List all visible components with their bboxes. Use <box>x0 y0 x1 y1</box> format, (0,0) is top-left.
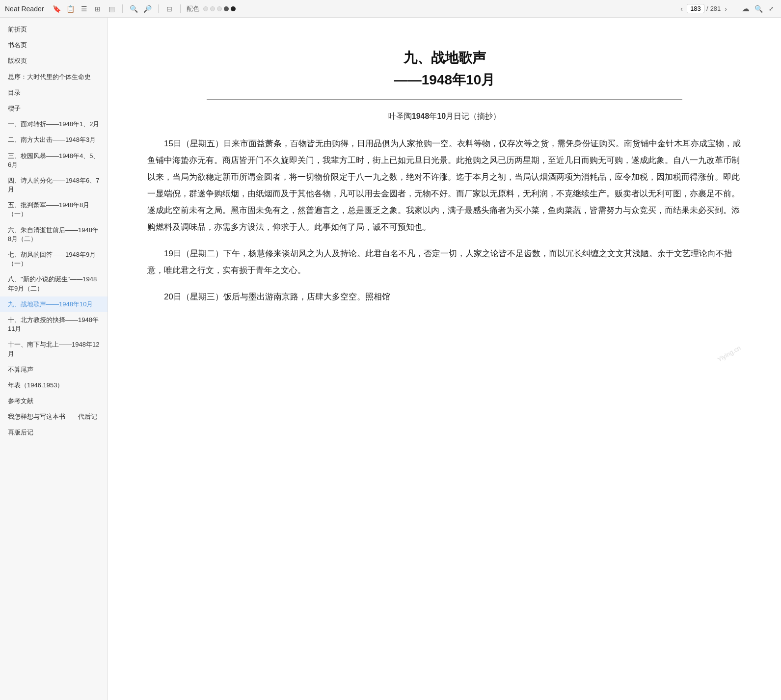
sidebar-item-9[interactable]: 四、诗人的分化——1948年6、7月 <box>0 173 108 197</box>
sidebar-item-5[interactable]: 楔子 <box>0 101 108 116</box>
sidebar-item-20[interactable]: 我怎样想与写这本书——代后记 <box>0 409 108 425</box>
reading-content: 九、战地歌声 ——1948年10月 叶圣陶1948年10月日记（摘抄） 15日（… <box>108 18 781 700</box>
main-layout: 前折页书名页版权页总序：大时代里的个体生命史目录楔子一、面对转折——1948年1… <box>0 18 781 700</box>
menu-tool-icon[interactable]: ☰ <box>79 4 89 14</box>
paragraph-1: 15日（星期五）日来市面益萧条，百物皆无由购得，日用品俱为人家抢购一空。衣料等物… <box>147 135 742 236</box>
color-dots <box>203 6 236 11</box>
page-total: 281 <box>710 5 721 12</box>
app-title: Neat Reader <box>5 5 44 13</box>
dot-3[interactable] <box>217 6 222 11</box>
search2-tool-icon[interactable]: 🔎 <box>142 4 152 14</box>
dot-5[interactable] <box>231 6 236 11</box>
copy-tool-icon[interactable]: 📋 <box>65 4 75 14</box>
chapter-subtitle: 叶圣陶1948年10月日记（摘抄） <box>147 111 742 122</box>
chapter-title-line2: ——1948年10月 <box>147 69 742 91</box>
sidebar-item-6[interactable]: 一、面对转折——1948年1、2月 <box>0 116 108 132</box>
paragraph-3: 20日（星期三）饭后与墨出游南京路，店肆大多空空。照相馆 <box>147 289 742 305</box>
chapter-title: 九、战地歌声 ——1948年10月 <box>147 47 742 91</box>
chapter-divider <box>207 99 682 100</box>
toolbar-separator-1 <box>122 4 123 13</box>
sidebar-item-0[interactable]: 前折页 <box>0 22 108 37</box>
sidebar-item-13[interactable]: 八、"新的小说的诞生"——1948年9月（二） <box>0 271 108 296</box>
sidebar-item-15[interactable]: 十、北方教授的抉择——1948年11月 <box>0 312 108 337</box>
sidebar-item-1[interactable]: 书名页 <box>0 37 108 53</box>
layout-tool-icon[interactable]: ▤ <box>107 4 116 14</box>
bookmark-tool-icon[interactable]: 🔖 <box>52 4 61 14</box>
grid-tool-icon[interactable]: ⊞ <box>93 4 103 14</box>
dot-1[interactable] <box>203 6 208 11</box>
sidebar-item-7[interactable]: 二、南方大出击——1948年3月 <box>0 132 108 148</box>
dot-4[interactable] <box>224 6 229 11</box>
page-navigation: ‹ / 281 › <box>678 4 729 13</box>
sidebar-item-10[interactable]: 五、批判萧军——1948年8月（一） <box>0 197 108 222</box>
sidebar-item-21[interactable]: 再版后记 <box>0 425 108 440</box>
page-sep: / <box>706 5 708 12</box>
sidebar-item-16[interactable]: 十一、南下与北上——1948年12月 <box>0 337 108 361</box>
right-tools: ☁ 🔍 ⤢ <box>741 4 776 14</box>
toolbar-separator-2 <box>158 4 159 13</box>
next-page-button[interactable]: › <box>723 5 729 13</box>
bookmark2-tool-icon[interactable]: ⊟ <box>164 4 174 14</box>
sidebar-item-12[interactable]: 七、胡风的回答——1948年9月（一） <box>0 247 108 271</box>
sidebar-item-3[interactable]: 总序：大时代里的个体生命史 <box>0 69 108 85</box>
page-input[interactable] <box>687 4 704 13</box>
sidebar-item-8[interactable]: 三、校园风暴——1948年4、5、6月 <box>0 148 108 173</box>
chapter-title-line1: 九、战地歌声 <box>147 47 742 69</box>
dot-2[interactable] <box>210 6 215 11</box>
toolbar: Neat Reader 🔖 📋 ☰ ⊞ ▤ 🔍 🔎 ⊟ 配色 ‹ / 281 ›… <box>0 0 781 18</box>
sidebar-item-4[interactable]: 目录 <box>0 85 108 101</box>
toolbar-separator-3 <box>180 4 181 13</box>
sidebar: 前折页书名页版权页总序：大时代里的个体生命史目录楔子一、面对转折——1948年1… <box>0 18 108 700</box>
prev-page-button[interactable]: ‹ <box>678 5 685 13</box>
sidebar-item-18[interactable]: 年表（1946.1953） <box>0 377 108 393</box>
fullscreen-icon[interactable]: ⤢ <box>766 4 776 14</box>
search-tool-icon[interactable]: 🔍 <box>129 4 138 14</box>
search-right-icon[interactable]: 🔍 <box>754 4 763 14</box>
color-label: 配色 <box>187 4 199 13</box>
sidebar-item-14[interactable]: 九、战地歌声——1948年10月 <box>0 296 108 312</box>
sidebar-item-2[interactable]: 版权页 <box>0 53 108 69</box>
sidebar-item-19[interactable]: 参考文献 <box>0 393 108 409</box>
sidebar-item-17[interactable]: 不算尾声 <box>0 362 108 377</box>
sidebar-item-11[interactable]: 六、朱自清逝世前后——1948年8月（二） <box>0 222 108 247</box>
sync-icon[interactable]: ☁ <box>741 4 751 14</box>
paragraph-2: 19日（星期二）下午，杨慧修来谈胡风之为人及持论。此君自名不凡，否定一切，人家之… <box>147 245 742 279</box>
